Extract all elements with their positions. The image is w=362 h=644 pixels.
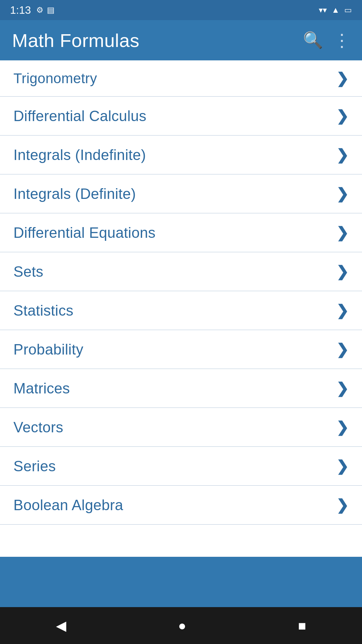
chevron-icon-2: ❯ (336, 185, 349, 202)
chevron-icon-3: ❯ (336, 224, 349, 241)
list-item-integrals-(definite)[interactable]: Integrals (Definite)❯ (0, 174, 362, 213)
list-item-label-7: Matrices (13, 380, 70, 397)
status-time: 1:13 (10, 4, 31, 16)
status-bar-left: 1:13 ⚙ ▤ (10, 4, 55, 16)
list-item-label-3: Differential Equations (13, 224, 156, 241)
chevron-icon-4: ❯ (336, 263, 349, 280)
chevron-icon-8: ❯ (336, 419, 349, 436)
chevron-icon-7: ❯ (336, 380, 349, 397)
list-item-sets[interactable]: Sets❯ (0, 252, 362, 291)
list-item-label-6: Probability (13, 341, 83, 358)
app-title: Math Formulas (12, 30, 139, 51)
list-item-label-1: Integrals (Indefinite) (13, 147, 146, 163)
home-button[interactable]: ● (168, 615, 196, 637)
list-item-differential-equations[interactable]: Differential Equations❯ (0, 213, 362, 252)
list-item-label-8: Vectors (13, 419, 63, 436)
app-bar: Math Formulas 🔍 ⋮ (0, 20, 362, 60)
list-item-label-9: Series (13, 458, 56, 475)
list-item-trigonometry-partial[interactable]: Trigonometry ❯ (0, 60, 362, 97)
wifi-icon: ▾▾ (319, 5, 327, 15)
chevron-icon-6: ❯ (336, 341, 349, 358)
search-icon[interactable]: 🔍 (303, 31, 323, 50)
nav-bar: ◀ ● ■ (0, 607, 362, 644)
list-item-integrals-(indefinite)[interactable]: Integrals (Indefinite)❯ (0, 136, 362, 174)
more-options-icon[interactable]: ⋮ (333, 30, 350, 50)
list-item-differential-calculus[interactable]: Differential Calculus❯ (0, 97, 362, 136)
chevron-icon-1: ❯ (336, 146, 349, 163)
chevron-icon-9: ❯ (336, 458, 349, 475)
settings-icon: ⚙ (36, 5, 44, 15)
battery-icon: ▭ (344, 5, 352, 15)
back-button[interactable]: ◀ (46, 614, 76, 637)
app-bar-actions: 🔍 ⋮ (303, 30, 350, 50)
list-item-statistics[interactable]: Statistics❯ (0, 291, 362, 330)
sim-icon: ▤ (47, 5, 55, 15)
status-icons: ⚙ ▤ (36, 5, 55, 15)
chevron-icon-0: ❯ (336, 107, 349, 124)
list-item-label-2: Integrals (Definite) (13, 185, 136, 202)
list-item-boolean-algebra[interactable]: Boolean Algebra❯ (0, 486, 362, 525)
list-item-label-5: Statistics (13, 302, 73, 319)
status-bar: 1:13 ⚙ ▤ ▾▾ ▲ ▭ (0, 0, 362, 20)
list-item-label-4: Sets (13, 263, 43, 280)
chevron-icon-5: ❯ (336, 302, 349, 319)
list-item-probability[interactable]: Probability❯ (0, 330, 362, 369)
list-item-trigonometry-label: Trigonometry (13, 70, 97, 87)
list-item-vectors[interactable]: Vectors❯ (0, 408, 362, 447)
main-list: Differential Calculus❯Integrals (Indefin… (0, 97, 362, 557)
recent-apps-button[interactable]: ■ (288, 615, 316, 637)
signal-icon: ▲ (331, 5, 340, 15)
list-item-series[interactable]: Series❯ (0, 447, 362, 486)
chevron-icon-trigonometry: ❯ (336, 70, 349, 87)
list-item-label-0: Differential Calculus (13, 108, 146, 124)
footer-bar (0, 557, 362, 607)
list-item-matrices[interactable]: Matrices❯ (0, 369, 362, 408)
chevron-icon-10: ❯ (336, 496, 349, 514)
status-bar-right: ▾▾ ▲ ▭ (319, 5, 352, 15)
list-item-label-10: Boolean Algebra (13, 497, 123, 514)
